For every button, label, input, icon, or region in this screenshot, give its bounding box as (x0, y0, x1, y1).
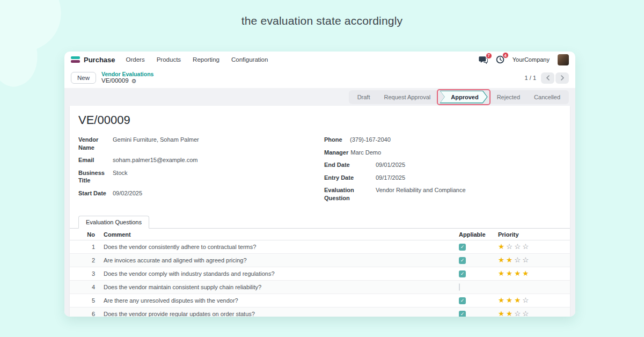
star-filled-icon[interactable]: ★ (506, 297, 513, 304)
cell-no: 1 (70, 244, 100, 250)
nav-menu-products[interactable]: Products (157, 56, 181, 63)
field-label-manager: Manager (324, 149, 350, 157)
app-window: Purchase OrdersProductsReportingConfigur… (64, 52, 575, 317)
star-filled-icon[interactable]: ★ (514, 297, 521, 304)
statusbar-active-arrow: Approved (440, 91, 487, 104)
field-value-start-date[interactable]: 09/02/2025 (113, 189, 142, 197)
checkbox-checked-icon[interactable]: ✓ (459, 257, 466, 264)
field-label-start-date: Start Date (78, 189, 113, 197)
field-label-end-date: End Date (324, 161, 376, 169)
table-row: 1Does the vendor consistently adhere to … (70, 240, 570, 254)
star-empty-icon[interactable]: ☆ (514, 310, 521, 317)
statusbar-step-request-approval[interactable]: Request Approval (377, 94, 437, 100)
field-value-email[interactable]: soham.palmer15@example.com (113, 156, 198, 164)
field-label-phone: Phone (324, 136, 350, 144)
table-row: 2Are invoices accurate and aligned with … (70, 254, 570, 267)
star-filled-icon[interactable]: ★ (514, 270, 521, 277)
field-label-email: Email (78, 156, 113, 164)
table-row: 3Does the vendor comply with industry st… (70, 267, 570, 281)
cell-comment[interactable]: Are invoices accurate and aligned with a… (100, 257, 457, 263)
form-view: DraftRequest ApprovalApprovedRejectedCan… (64, 88, 575, 317)
checkbox-unchecked-icon[interactable] (459, 283, 460, 291)
tab-evaluation-questions[interactable]: Evaluation Questions (78, 216, 149, 229)
field-label-business-title: Business Title (78, 169, 113, 185)
company-switcher[interactable]: YourCompany (513, 56, 550, 63)
app-brand[interactable]: Purchase (71, 56, 115, 64)
statusbar-step-label: Approved (440, 94, 487, 100)
cell-appliable: ✓ (457, 311, 498, 317)
field-row-evaluation-question: Evaluation QuestionVendor Reliability an… (324, 186, 561, 202)
star-filled-icon[interactable]: ★ (498, 270, 504, 277)
field-value-end-date[interactable]: 09/01/2025 (376, 161, 405, 169)
evaluation-questions-table: NoCommentAppliablePriority1Does the vend… (70, 229, 570, 317)
navbar-right: 7 4 YourCompany (479, 54, 569, 65)
field-value-phone[interactable]: (379)-167-2040 (350, 136, 391, 144)
statusbar-step-cancelled[interactable]: Cancelled (527, 94, 567, 100)
star-filled-icon[interactable]: ★ (506, 257, 513, 264)
cell-no: 6 (70, 311, 100, 317)
checkbox-checked-icon[interactable]: ✓ (459, 244, 466, 251)
star-empty-icon[interactable]: ☆ (514, 243, 521, 251)
checkbox-checked-icon[interactable]: ✓ (459, 297, 466, 304)
messages-button[interactable]: 7 (479, 56, 488, 64)
breadcrumb-current: VE/00009 ⚙ (101, 77, 153, 85)
field-value-vendor-name[interactable]: Gemini Furniture, Soham Palmer (113, 136, 199, 151)
cell-priority: ★★★★ (498, 270, 570, 277)
star-filled-icon[interactable]: ★ (522, 270, 529, 277)
checkbox-checked-icon[interactable]: ✓ (459, 270, 466, 277)
star-filled-icon[interactable]: ★ (498, 310, 504, 317)
cell-comment[interactable]: Does the vendor provide regular updates … (100, 311, 457, 317)
app-name[interactable]: Purchase (84, 56, 115, 64)
field-value-business-title[interactable]: Stock (113, 169, 128, 185)
cell-comment[interactable]: Does the vendor maintain consistent supp… (100, 284, 457, 290)
field-groups: Vendor NameGemini Furniture, Soham Palme… (78, 136, 561, 207)
breadcrumb-parent-link[interactable]: Vendor Evaluations (101, 71, 153, 78)
left-field-group: Vendor NameGemini Furniture, Soham Palme… (78, 136, 324, 207)
column-header-appliable[interactable]: Appliable (457, 231, 498, 238)
field-row-phone: Phone(379)-167-2040 (324, 136, 561, 144)
star-filled-icon[interactable]: ★ (506, 310, 513, 317)
field-value-manager[interactable]: Marc Demo (350, 149, 381, 157)
column-header-comment[interactable]: Comment (100, 231, 457, 238)
star-empty-icon[interactable]: ☆ (506, 243, 513, 251)
star-filled-icon[interactable]: ★ (506, 270, 513, 277)
cell-comment[interactable]: Does the vendor comply with industry sta… (100, 270, 457, 277)
cell-comment[interactable]: Does the vendor consistently adhere to c… (100, 244, 457, 250)
star-filled-icon[interactable]: ★ (498, 243, 504, 251)
statusbar-step-rejected[interactable]: Rejected (490, 94, 527, 100)
field-value-entry-date[interactable]: 09/17/2025 (376, 174, 405, 182)
star-filled-icon[interactable]: ★ (498, 297, 504, 304)
field-row-entry-date: Entry Date09/17/2025 (324, 174, 561, 182)
pager-previous-button[interactable] (541, 72, 554, 84)
purchase-app-icon[interactable] (71, 56, 80, 63)
star-empty-icon[interactable]: ☆ (522, 310, 529, 317)
star-empty-icon[interactable]: ☆ (522, 257, 529, 264)
cell-comment[interactable]: Are there any unresolved disputes with t… (100, 297, 457, 304)
nav-menu-configuration[interactable]: Configuration (231, 56, 268, 63)
cell-priority: ★★★☆ (498, 297, 570, 304)
settings-gear-icon[interactable]: ⚙ (131, 78, 137, 84)
star-empty-icon[interactable]: ☆ (514, 257, 521, 264)
breadcrumb: Vendor Evaluations VE/00009 ⚙ (101, 71, 153, 85)
statusbar-step-approved-active-highlighted[interactable]: Approved (440, 91, 487, 104)
statusbar-step-draft[interactable]: Draft (350, 94, 377, 100)
field-row-start-date: Start Date09/02/2025 (78, 189, 324, 197)
activities-button[interactable]: 4 (496, 55, 504, 64)
pager-count: 1 / 1 (525, 75, 536, 81)
nav-menu-reporting[interactable]: Reporting (193, 56, 219, 63)
column-header-no[interactable]: No (70, 231, 100, 238)
column-header-priority[interactable]: Priority (498, 231, 570, 238)
field-value-evaluation-question[interactable]: Vendor Reliability and Compliance (376, 186, 466, 202)
new-button[interactable]: New (71, 72, 96, 84)
checkbox-checked-icon[interactable]: ✓ (459, 311, 466, 317)
star-filled-icon[interactable]: ★ (498, 257, 504, 264)
notebook: Evaluation Questions (78, 215, 561, 229)
cell-appliable: ✓ (457, 270, 498, 277)
pager-next-button[interactable] (555, 72, 569, 84)
table-row: 5Are there any unresolved disputes with … (70, 294, 570, 307)
field-label-vendor-name: Vendor Name (78, 136, 113, 151)
nav-menu-orders[interactable]: Orders (126, 56, 145, 63)
avatar[interactable] (558, 54, 569, 65)
star-empty-icon[interactable]: ☆ (522, 243, 529, 251)
star-empty-icon[interactable]: ☆ (522, 297, 529, 304)
